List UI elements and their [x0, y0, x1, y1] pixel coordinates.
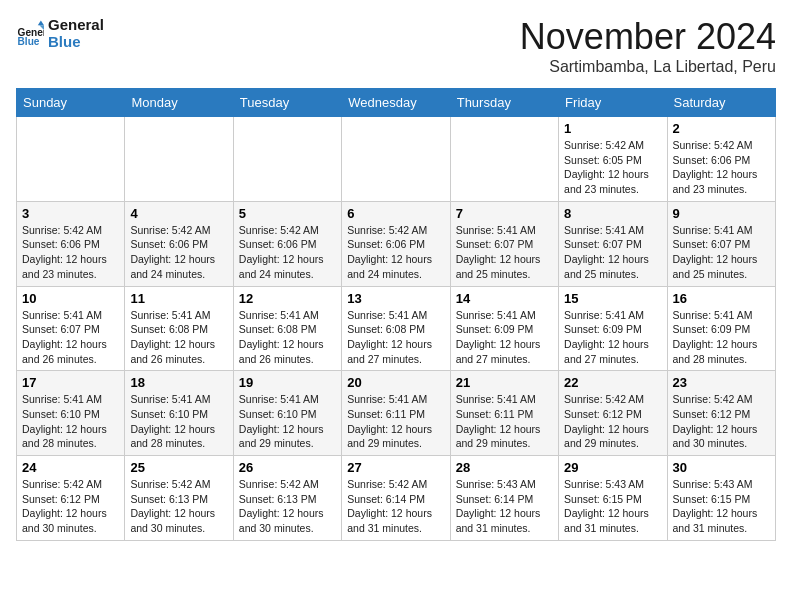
day-info: Sunrise: 5:41 AM Sunset: 6:09 PM Dayligh… [673, 308, 770, 367]
calendar-cell [125, 117, 233, 202]
day-info: Sunrise: 5:43 AM Sunset: 6:14 PM Dayligh… [456, 477, 553, 536]
day-info: Sunrise: 5:42 AM Sunset: 6:06 PM Dayligh… [347, 223, 444, 282]
logo-line2: Blue [48, 33, 104, 50]
day-info: Sunrise: 5:41 AM Sunset: 6:08 PM Dayligh… [130, 308, 227, 367]
day-number: 1 [564, 121, 661, 136]
calendar-cell: 17Sunrise: 5:41 AM Sunset: 6:10 PM Dayli… [17, 371, 125, 456]
calendar-cell [342, 117, 450, 202]
weekday-header: Wednesday [342, 89, 450, 117]
day-info: Sunrise: 5:41 AM Sunset: 6:07 PM Dayligh… [456, 223, 553, 282]
day-info: Sunrise: 5:41 AM Sunset: 6:10 PM Dayligh… [239, 392, 336, 451]
calendar-cell: 27Sunrise: 5:42 AM Sunset: 6:14 PM Dayli… [342, 456, 450, 541]
calendar-cell: 15Sunrise: 5:41 AM Sunset: 6:09 PM Dayli… [559, 286, 667, 371]
calendar-cell: 25Sunrise: 5:42 AM Sunset: 6:13 PM Dayli… [125, 456, 233, 541]
day-info: Sunrise: 5:42 AM Sunset: 6:06 PM Dayligh… [22, 223, 119, 282]
calendar-cell: 22Sunrise: 5:42 AM Sunset: 6:12 PM Dayli… [559, 371, 667, 456]
svg-text:Blue: Blue [18, 36, 40, 47]
calendar-cell: 5Sunrise: 5:42 AM Sunset: 6:06 PM Daylig… [233, 201, 341, 286]
weekday-header: Sunday [17, 89, 125, 117]
day-number: 3 [22, 206, 119, 221]
day-info: Sunrise: 5:42 AM Sunset: 6:14 PM Dayligh… [347, 477, 444, 536]
calendar-cell: 10Sunrise: 5:41 AM Sunset: 6:07 PM Dayli… [17, 286, 125, 371]
day-info: Sunrise: 5:41 AM Sunset: 6:09 PM Dayligh… [456, 308, 553, 367]
logo-icon: General Blue [16, 19, 44, 47]
calendar-week-row: 3Sunrise: 5:42 AM Sunset: 6:06 PM Daylig… [17, 201, 776, 286]
calendar-cell: 19Sunrise: 5:41 AM Sunset: 6:10 PM Dayli… [233, 371, 341, 456]
day-number: 2 [673, 121, 770, 136]
day-info: Sunrise: 5:43 AM Sunset: 6:15 PM Dayligh… [564, 477, 661, 536]
day-info: Sunrise: 5:41 AM Sunset: 6:07 PM Dayligh… [673, 223, 770, 282]
calendar-week-row: 17Sunrise: 5:41 AM Sunset: 6:10 PM Dayli… [17, 371, 776, 456]
day-info: Sunrise: 5:41 AM Sunset: 6:11 PM Dayligh… [456, 392, 553, 451]
calendar-cell: 14Sunrise: 5:41 AM Sunset: 6:09 PM Dayli… [450, 286, 558, 371]
day-info: Sunrise: 5:41 AM Sunset: 6:08 PM Dayligh… [347, 308, 444, 367]
day-number: 16 [673, 291, 770, 306]
svg-marker-2 [38, 21, 44, 26]
day-number: 26 [239, 460, 336, 475]
day-number: 6 [347, 206, 444, 221]
day-number: 24 [22, 460, 119, 475]
day-number: 19 [239, 375, 336, 390]
logo-line1: General [48, 16, 104, 33]
day-info: Sunrise: 5:42 AM Sunset: 6:13 PM Dayligh… [130, 477, 227, 536]
day-number: 5 [239, 206, 336, 221]
day-number: 29 [564, 460, 661, 475]
day-number: 4 [130, 206, 227, 221]
day-number: 25 [130, 460, 227, 475]
weekday-header: Tuesday [233, 89, 341, 117]
calendar-week-row: 24Sunrise: 5:42 AM Sunset: 6:12 PM Dayli… [17, 456, 776, 541]
day-info: Sunrise: 5:42 AM Sunset: 6:12 PM Dayligh… [564, 392, 661, 451]
calendar-cell: 2Sunrise: 5:42 AM Sunset: 6:06 PM Daylig… [667, 117, 775, 202]
day-number: 8 [564, 206, 661, 221]
day-number: 10 [22, 291, 119, 306]
month-title: November 2024 [520, 16, 776, 58]
day-number: 28 [456, 460, 553, 475]
day-info: Sunrise: 5:42 AM Sunset: 6:06 PM Dayligh… [239, 223, 336, 282]
day-info: Sunrise: 5:41 AM Sunset: 6:10 PM Dayligh… [130, 392, 227, 451]
calendar-cell: 16Sunrise: 5:41 AM Sunset: 6:09 PM Dayli… [667, 286, 775, 371]
day-number: 23 [673, 375, 770, 390]
day-number: 12 [239, 291, 336, 306]
calendar-cell: 12Sunrise: 5:41 AM Sunset: 6:08 PM Dayli… [233, 286, 341, 371]
day-number: 11 [130, 291, 227, 306]
day-info: Sunrise: 5:42 AM Sunset: 6:12 PM Dayligh… [22, 477, 119, 536]
calendar-cell: 13Sunrise: 5:41 AM Sunset: 6:08 PM Dayli… [342, 286, 450, 371]
calendar-cell: 23Sunrise: 5:42 AM Sunset: 6:12 PM Dayli… [667, 371, 775, 456]
calendar-cell: 26Sunrise: 5:42 AM Sunset: 6:13 PM Dayli… [233, 456, 341, 541]
day-number: 20 [347, 375, 444, 390]
day-number: 9 [673, 206, 770, 221]
day-info: Sunrise: 5:42 AM Sunset: 6:06 PM Dayligh… [673, 138, 770, 197]
calendar-cell: 11Sunrise: 5:41 AM Sunset: 6:08 PM Dayli… [125, 286, 233, 371]
calendar-cell [450, 117, 558, 202]
calendar-cell [17, 117, 125, 202]
day-number: 18 [130, 375, 227, 390]
calendar-week-row: 10Sunrise: 5:41 AM Sunset: 6:07 PM Dayli… [17, 286, 776, 371]
day-number: 14 [456, 291, 553, 306]
calendar-cell: 29Sunrise: 5:43 AM Sunset: 6:15 PM Dayli… [559, 456, 667, 541]
weekday-header: Monday [125, 89, 233, 117]
day-info: Sunrise: 5:41 AM Sunset: 6:11 PM Dayligh… [347, 392, 444, 451]
day-number: 13 [347, 291, 444, 306]
day-info: Sunrise: 5:41 AM Sunset: 6:07 PM Dayligh… [564, 223, 661, 282]
calendar-cell: 8Sunrise: 5:41 AM Sunset: 6:07 PM Daylig… [559, 201, 667, 286]
day-info: Sunrise: 5:41 AM Sunset: 6:08 PM Dayligh… [239, 308, 336, 367]
calendar-cell: 7Sunrise: 5:41 AM Sunset: 6:07 PM Daylig… [450, 201, 558, 286]
calendar-cell: 20Sunrise: 5:41 AM Sunset: 6:11 PM Dayli… [342, 371, 450, 456]
calendar-cell: 28Sunrise: 5:43 AM Sunset: 6:14 PM Dayli… [450, 456, 558, 541]
calendar-cell: 18Sunrise: 5:41 AM Sunset: 6:10 PM Dayli… [125, 371, 233, 456]
day-number: 30 [673, 460, 770, 475]
day-info: Sunrise: 5:41 AM Sunset: 6:07 PM Dayligh… [22, 308, 119, 367]
day-number: 21 [456, 375, 553, 390]
day-info: Sunrise: 5:41 AM Sunset: 6:10 PM Dayligh… [22, 392, 119, 451]
day-info: Sunrise: 5:42 AM Sunset: 6:05 PM Dayligh… [564, 138, 661, 197]
calendar-cell [233, 117, 341, 202]
day-info: Sunrise: 5:42 AM Sunset: 6:13 PM Dayligh… [239, 477, 336, 536]
day-number: 7 [456, 206, 553, 221]
day-info: Sunrise: 5:42 AM Sunset: 6:12 PM Dayligh… [673, 392, 770, 451]
day-number: 17 [22, 375, 119, 390]
calendar-cell: 4Sunrise: 5:42 AM Sunset: 6:06 PM Daylig… [125, 201, 233, 286]
weekday-header: Friday [559, 89, 667, 117]
calendar-cell: 1Sunrise: 5:42 AM Sunset: 6:05 PM Daylig… [559, 117, 667, 202]
calendar: SundayMondayTuesdayWednesdayThursdayFrid… [16, 88, 776, 541]
weekday-header: Thursday [450, 89, 558, 117]
